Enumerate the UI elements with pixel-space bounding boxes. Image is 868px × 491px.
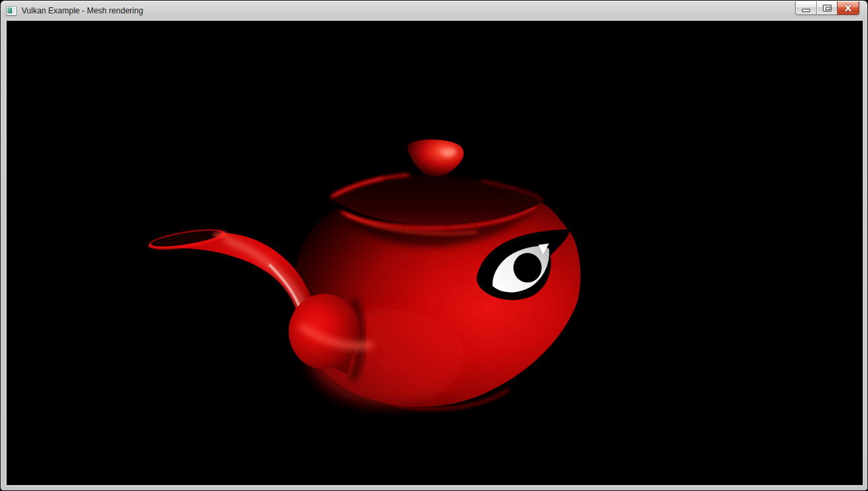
handle-eye-pupil xyxy=(514,253,542,283)
close-button[interactable] xyxy=(837,1,859,15)
window-title: Vulkan Example - Mesh rendering xyxy=(22,6,862,16)
teapot-knob xyxy=(408,140,464,179)
app-window: Vulkan Example - Mesh rendering xyxy=(0,0,868,491)
minimize-button[interactable] xyxy=(795,1,816,15)
maximize-icon xyxy=(823,5,832,11)
render-viewport[interactable] xyxy=(6,20,863,486)
close-icon xyxy=(843,4,853,12)
maximize-button[interactable] xyxy=(816,1,837,15)
titlebar[interactable]: Vulkan Example - Mesh rendering xyxy=(1,1,867,20)
window-controls xyxy=(795,1,859,15)
minimize-icon xyxy=(802,9,810,12)
teapot-render xyxy=(7,21,863,485)
app-icon xyxy=(6,6,17,16)
